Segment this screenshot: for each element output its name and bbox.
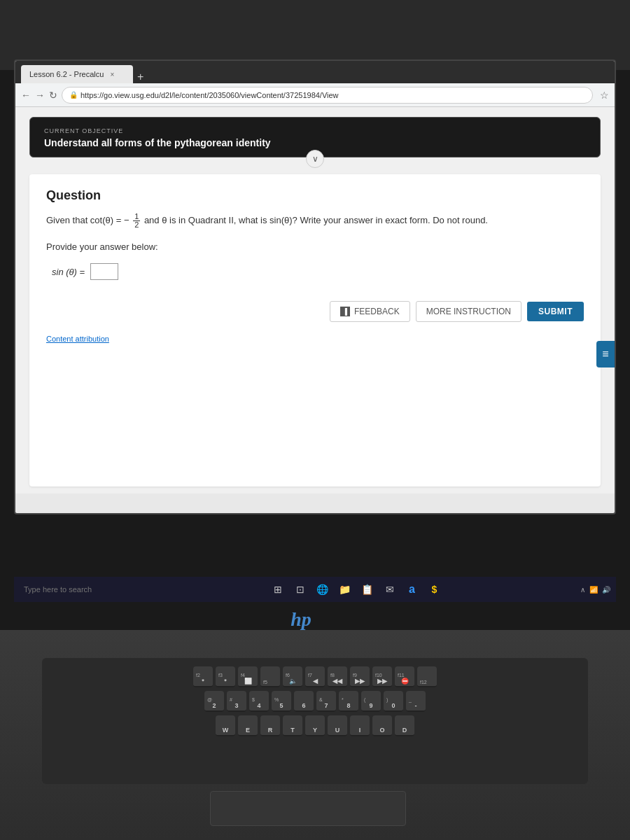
submit-button[interactable]: SUBMIT <box>527 302 584 321</box>
collapse-objective-button[interactable]: ∨ <box>306 150 324 168</box>
objective-banner: CURRENT OBJECTIVE Understand all forms o… <box>29 117 601 158</box>
trackpad[interactable] <box>210 791 406 826</box>
key-f3[interactable]: f3* <box>216 666 235 687</box>
address-input[interactable]: 🔒 https://go.view.usg.edu/d2l/le/content… <box>62 87 593 104</box>
key-3[interactable]: #3 <box>227 691 246 712</box>
number-key-row: @2 #3 $4 %5 6 &7 *8 (9 )0 _- <box>49 691 581 712</box>
tab-bar: Lesson 6.2 - Precalcu × + <box>15 61 615 83</box>
question-text: Given that cot(θ) = − 1 2 and θ is in Qu… <box>46 213 584 229</box>
content-attribution-link[interactable]: Content attribution <box>46 332 584 344</box>
action-buttons-row: ▐ FEEDBACK MORE INSTRUCTION SUBMIT <box>46 301 584 322</box>
network-icon: 📶 <box>589 586 598 594</box>
key-y[interactable]: Y <box>305 715 325 736</box>
question-title: Question <box>46 188 584 203</box>
bookmark-icon[interactable]: ☆ <box>600 90 609 101</box>
screen: Lesson 6.2 - Precalcu × + ← → ↻ 🔒 https:… <box>14 59 616 514</box>
fraction-denominator: 2 <box>133 221 140 229</box>
back-button[interactable]: ← <box>21 90 31 101</box>
sin-label: sin (θ) = <box>52 267 85 277</box>
url-text: https://go.view.usg.edu/d2l/le/content/2… <box>80 91 339 99</box>
keyboard: f2* f3* f4⬜ f5 f6🔈 f7◀ f8◀◀ f9▶▶ f10▶▶ f… <box>42 658 588 784</box>
key-f7[interactable]: f7◀ <box>305 666 325 687</box>
objective-label: CURRENT OBJECTIVE <box>44 127 586 134</box>
browser-tab[interactable]: Lesson 6.2 - Precalcu × <box>21 65 133 83</box>
calendar-icon[interactable]: 📋 <box>360 582 375 597</box>
sin-input-row: sin (θ) = <box>52 263 584 280</box>
mail-icon[interactable]: ✉ <box>382 582 398 597</box>
key-6[interactable]: 6 <box>294 691 314 712</box>
more-instruction-label: MORE INSTRUCTION <box>426 307 511 316</box>
file-explorer-icon[interactable]: 📁 <box>337 582 353 597</box>
key-minus[interactable]: _- <box>406 691 426 712</box>
side-panel-button[interactable]: ≡ <box>596 341 615 368</box>
content-attribution-text: Content attribution <box>46 335 109 343</box>
system-tray-up: ∧ <box>580 586 585 594</box>
edge-browser-icon[interactable]: 🌐 <box>315 582 330 597</box>
key-d[interactable]: D <box>395 715 414 736</box>
objective-text: Understand all forms of the pythagorean … <box>44 137 586 148</box>
sin-answer-input[interactable] <box>90 263 118 280</box>
hp-logo: hp <box>290 608 312 631</box>
key-7[interactable]: &7 <box>316 691 336 712</box>
key-t[interactable]: T <box>283 715 302 736</box>
feedback-label: FEEDBACK <box>354 307 400 316</box>
feedback-button[interactable]: ▐ FEEDBACK <box>330 301 410 322</box>
key-i[interactable]: I <box>350 715 370 736</box>
key-0[interactable]: )0 <box>384 691 403 712</box>
lock-icon: 🔒 <box>69 91 78 99</box>
letter-key-row: W E R T Y U I O D <box>49 715 581 736</box>
key-r[interactable]: R <box>260 715 280 736</box>
key-w[interactable]: W <box>216 715 235 736</box>
app-icon-a[interactable]: a <box>405 582 420 597</box>
key-f9[interactable]: f9▶▶ <box>350 666 370 687</box>
key-5[interactable]: %5 <box>272 691 291 712</box>
key-o[interactable]: O <box>372 715 392 736</box>
key-2[interactable]: @2 <box>204 691 224 712</box>
question-text-part1: Given that cot(θ) = − <box>46 215 130 225</box>
more-instruction-button[interactable]: MORE INSTRUCTION <box>416 301 522 322</box>
address-bar-row: ← → ↻ 🔒 https://go.view.usg.edu/d2l/le/c… <box>15 83 615 107</box>
key-f10[interactable]: f10▶▶ <box>372 666 392 687</box>
key-f6[interactable]: f6🔈 <box>283 666 302 687</box>
question-text-part2: and θ is in Quadrant II, what is sin(θ)?… <box>144 215 488 225</box>
key-4[interactable]: $4 <box>249 691 269 712</box>
fraction: 1 2 <box>133 213 140 229</box>
start-button[interactable]: ⊞ <box>270 582 286 597</box>
task-view-button[interactable]: ⊡ <box>293 582 308 597</box>
key-8[interactable]: *8 <box>339 691 358 712</box>
key-f12[interactable]: f12 <box>417 666 437 687</box>
key-9[interactable]: (9 <box>361 691 381 712</box>
speaker-icon: 🔊 <box>602 586 610 594</box>
tab-title: Lesson 6.2 - Precalcu <box>29 70 104 78</box>
key-f2[interactable]: f2* <box>193 666 213 687</box>
page-content: CURRENT OBJECTIVE Understand all forms o… <box>15 107 615 493</box>
key-f11[interactable]: f11⛔ <box>395 666 414 687</box>
key-u[interactable]: U <box>328 715 347 736</box>
question-card: Question Given that cot(θ) = − 1 2 and θ… <box>29 174 601 486</box>
taskbar-icons: ⊞ ⊡ 🌐 📁 📋 ✉ a $ <box>137 582 575 597</box>
taskbar-right: ∧ 📶 🔊 <box>580 586 610 594</box>
taskbar-search-input[interactable] <box>20 581 132 598</box>
new-tab-button[interactable]: + <box>137 71 144 83</box>
key-f5[interactable]: f5 <box>260 666 280 687</box>
tab-close-button[interactable]: × <box>108 70 116 78</box>
feedback-icon: ▐ <box>340 307 350 316</box>
key-f4[interactable]: f4⬜ <box>238 666 258 687</box>
key-e[interactable]: E <box>238 715 258 736</box>
forward-button[interactable]: → <box>35 90 45 101</box>
function-key-row: f2* f3* f4⬜ f5 f6🔈 f7◀ f8◀◀ f9▶▶ f10▶▶ f… <box>49 666 581 687</box>
provide-label: Provide your answer below: <box>46 241 584 252</box>
key-f8[interactable]: f8◀◀ <box>328 666 347 687</box>
refresh-button[interactable]: ↻ <box>49 90 57 101</box>
keyboard-bezel: f2* f3* f4⬜ f5 f6🔈 f7◀ f8◀◀ f9▶▶ f10▶▶ f… <box>0 630 630 840</box>
submit-label: SUBMIT <box>538 307 573 316</box>
app-icon-dollar[interactable]: $ <box>427 582 442 597</box>
taskbar: ⊞ ⊡ 🌐 📁 📋 ✉ a $ ∧ 📶 🔊 <box>14 577 616 602</box>
